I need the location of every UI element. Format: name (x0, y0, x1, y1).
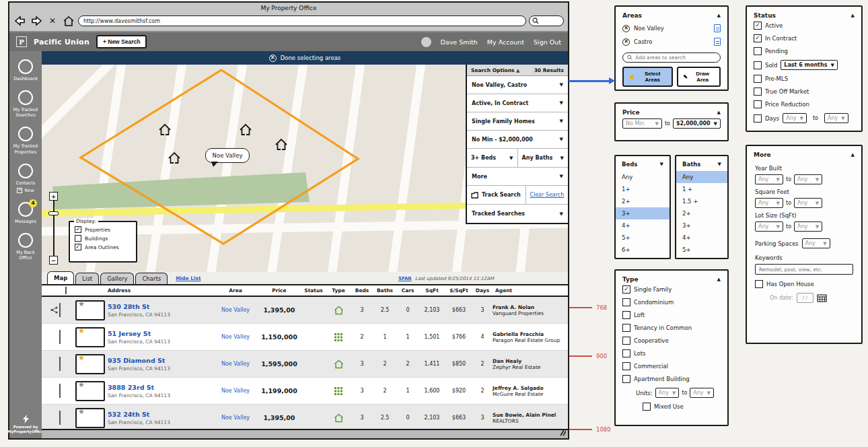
type-option-tenancy-in-common[interactable]: Tenancy in Common (616, 324, 727, 332)
units-min-select[interactable]: Any▼ (655, 388, 680, 398)
zoom-out-button[interactable]: − (49, 256, 58, 265)
calendar-icon[interactable] (817, 294, 827, 302)
days-min-select[interactable]: Any▼ (783, 113, 807, 123)
type-option-loft[interactable]: Loft (616, 311, 727, 319)
property-photo[interactable]: ★ (75, 354, 105, 374)
done-selecting-banner[interactable]: × Done selecting areas (42, 51, 568, 65)
remove-area-icon[interactable]: × (622, 38, 630, 46)
checkbox-icon[interactable] (643, 403, 651, 411)
checkbox-checked-icon[interactable] (75, 226, 81, 233)
hide-list-link[interactable]: Hide List (176, 275, 201, 281)
new-search-button[interactable]: + New Search (96, 35, 147, 48)
status-option-pending[interactable]: Pending (747, 47, 861, 55)
collapse-icon[interactable]: ▲ (851, 13, 855, 18)
beds-option[interactable]: 1+ (616, 183, 670, 195)
property-address-link[interactable]: 3888 23rd St (108, 384, 214, 391)
has-open-house-option[interactable]: Has Open House (747, 280, 861, 288)
checkbox-icon[interactable] (622, 311, 630, 319)
baths-dropdown-header[interactable]: Baths▼ (676, 156, 727, 171)
forward-icon[interactable] (30, 15, 43, 27)
beds-option-selected[interactable]: 3+ (616, 207, 670, 219)
select-all-checkbox[interactable] (65, 287, 67, 294)
filter-baths-dropdown[interactable]: Any Baths▼ (518, 149, 569, 167)
area-link[interactable]: Noe Valley (214, 307, 257, 313)
baths-option[interactable]: 1.5 + (676, 195, 727, 207)
area-link[interactable]: Noe Valley (214, 361, 257, 367)
tab-gallery[interactable]: Gallery (100, 273, 134, 284)
beds-option[interactable]: 2+ (616, 195, 670, 207)
baths-option[interactable]: 2+ (676, 207, 727, 219)
area-link[interactable]: Noe Valley (214, 415, 257, 421)
type-option-mixed-use[interactable]: Mixed Use (616, 403, 727, 411)
beds-option[interactable]: 5+ (616, 232, 670, 244)
beds-option[interactable]: 4+ (616, 219, 670, 232)
checkbox-icon[interactable] (622, 337, 630, 345)
resize-handle-icon[interactable] (558, 429, 566, 438)
property-address-link[interactable]: 51 Jersey St (108, 330, 214, 337)
checkbox-icon[interactable] (755, 280, 763, 288)
tracked-searches-dropdown[interactable]: Tracked Searches▼ (467, 205, 568, 223)
checkbox-icon[interactable] (622, 362, 630, 370)
tab-map[interactable]: Map (47, 271, 74, 284)
add-areas-input[interactable] (635, 55, 716, 61)
square-feet-max-select[interactable]: Any▼ (794, 198, 822, 208)
parking-spaces-select[interactable]: Any▼ (802, 238, 830, 248)
area-details-doc-icon[interactable] (714, 24, 721, 32)
property-photo[interactable]: ★ (75, 381, 105, 401)
map-view[interactable]: Noe Valley + − Display: Properties Build… (42, 65, 568, 272)
beds-option[interactable]: 6+ (616, 244, 670, 256)
share-icon[interactable] (50, 306, 58, 314)
display-option-buildings[interactable]: Buildings (75, 235, 132, 242)
property-photo[interactable]: ★ (75, 408, 105, 428)
zoom-in-button[interactable]: + (49, 192, 58, 201)
filter-more-dropdown[interactable]: More▼ (467, 168, 568, 186)
status-option-active[interactable]: Active (747, 22, 861, 30)
type-option-commercial[interactable]: Commercial (616, 362, 727, 370)
sidebar-item-messages[interactable]: 4 Messages (10, 202, 41, 224)
checkbox-icon[interactable] (622, 298, 630, 306)
baths-option[interactable]: 1 + (676, 183, 727, 195)
baths-option-selected[interactable]: Any (676, 171, 727, 183)
my-account-link[interactable]: My Account (487, 38, 524, 46)
checkbox-checked-icon[interactable] (754, 34, 762, 42)
tab-charts[interactable]: Charts (135, 273, 168, 284)
type-option-single-family[interactable]: Single Family (616, 285, 727, 294)
checkbox-icon[interactable] (754, 100, 762, 108)
checkbox-checked-icon[interactable] (622, 285, 630, 294)
area-label-bubble[interactable]: Noe Valley (205, 148, 250, 163)
checkbox-icon[interactable] (622, 349, 630, 357)
draw-area-button[interactable]: ✎ Draw Area (677, 67, 721, 87)
baths-option[interactable]: 3+ (676, 219, 727, 232)
price-max-select[interactable]: $2,000,000▼ (673, 118, 721, 129)
days-max-select[interactable]: Any▼ (824, 113, 848, 123)
sidebar-item-dashboard[interactable]: Dashboard (10, 59, 41, 81)
display-option-properties[interactable]: Properties (75, 226, 132, 233)
filter-type-dropdown[interactable]: Single Family Homes▼ (467, 112, 568, 131)
checkbox-icon[interactable] (754, 114, 762, 123)
property-photo[interactable]: ★ (75, 300, 105, 320)
baths-option[interactable]: 5+ (676, 244, 727, 256)
collapse-icon[interactable]: ▲ (717, 277, 721, 282)
sidebar-item-back-office[interactable]: My Back Office (10, 233, 41, 261)
beds-dropdown-header[interactable]: Beds▼ (616, 156, 670, 171)
status-option-price-reduction[interactable]: Price Reduction (747, 100, 861, 108)
sidebar-item-tracked-properties[interactable]: My Tracked Properties (10, 127, 41, 154)
table-row[interactable]: ★ 51 Jersey St San Francisco, CA 94113 N… (42, 324, 568, 351)
checkbox-icon[interactable] (622, 375, 630, 383)
checkbox-icon[interactable] (754, 88, 762, 96)
property-address-link[interactable]: 532 24th St (108, 411, 214, 418)
area-details-doc-icon[interactable] (714, 38, 721, 46)
user-name[interactable]: Dave Smith (441, 38, 478, 46)
row-checkbox[interactable] (59, 357, 61, 371)
sidebar-item-tracked-searches[interactable]: My Tracked Searches (10, 90, 41, 118)
tab-list[interactable]: List (75, 273, 99, 284)
filter-area-dropdown[interactable]: Noe Valley, Castro▼ (467, 76, 568, 94)
property-photo[interactable]: ★ (75, 327, 105, 347)
sign-out-link[interactable]: Sign Out (534, 38, 561, 46)
status-option-pre-mls[interactable]: Pre-MLS (747, 75, 861, 83)
checkbox-checked-icon[interactable] (754, 22, 762, 30)
zoom-slider-handle[interactable] (48, 211, 59, 215)
filter-beds-dropdown[interactable]: 3+ Beds▼ (467, 149, 518, 167)
type-option-lots[interactable]: Lots (616, 349, 727, 357)
table-row[interactable]: ★ 532 24th St San Francisco, CA 94113 No… (42, 405, 568, 432)
